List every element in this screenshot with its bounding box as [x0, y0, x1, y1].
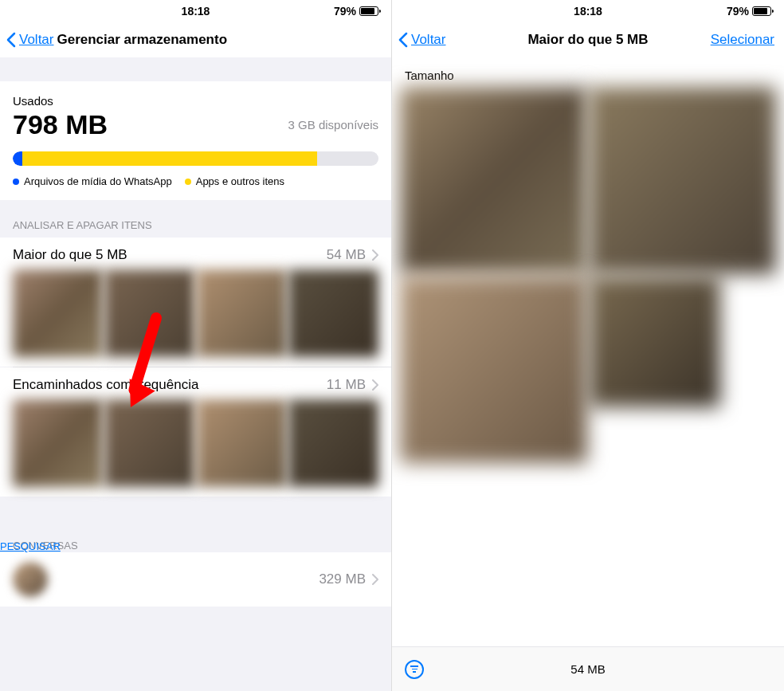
back-button[interactable]: Voltar: [6, 32, 53, 48]
storage-segment-apps: [22, 151, 317, 166]
media-grid: [392, 87, 784, 463]
storage-summary: Usados 798 MB 3 GB disponíveis Arquivos …: [0, 81, 391, 200]
battery-icon: [752, 6, 771, 16]
media-thumbnail: [13, 399, 103, 487]
item-title: Maior do que 5 MB: [13, 247, 127, 263]
battery-icon: [359, 6, 378, 16]
media-thumbnail: [13, 269, 103, 357]
chevron-right-icon: [372, 379, 378, 391]
avatar: [13, 562, 48, 597]
media-thumbnail: [197, 399, 287, 487]
media-thumbnail: [104, 399, 194, 487]
chevron-left-icon: [398, 32, 408, 48]
media-item[interactable]: [400, 87, 587, 274]
back-label: Voltar: [19, 32, 53, 48]
chevron-left-icon: [6, 32, 16, 48]
media-item[interactable]: [400, 276, 587, 463]
conversation-item[interactable]: . 329 MB: [0, 552, 391, 607]
legend-whatsapp: Arquivos de mídia do WhatsApp: [13, 175, 172, 187]
media-thumbnail: [288, 399, 378, 487]
media-thumbnail: [104, 269, 194, 357]
total-size: 54 MB: [570, 662, 605, 676]
legend-apps-label: Apps e outros itens: [196, 175, 284, 187]
media-thumbnail: [197, 269, 287, 357]
battery-percent: 79%: [727, 5, 749, 18]
status-bar: 18:18 79%: [0, 0, 391, 22]
search-link[interactable]: PESQUISAR: [0, 540, 378, 552]
chevron-right-icon: [372, 574, 378, 585]
thumbnail-row: [13, 399, 378, 487]
legend-whatsapp-label: Arquivos de mídia do WhatsApp: [24, 175, 172, 187]
back-button[interactable]: Voltar: [398, 32, 445, 48]
thumbnail-row: [13, 269, 378, 357]
review-header: ANALISAR E APAGAR ITENS: [0, 200, 391, 238]
filter-icon[interactable]: [405, 660, 424, 679]
storage-segment-whatsapp: [13, 151, 22, 166]
nav-bar: Voltar Gerenciar armazenamento: [0, 22, 391, 57]
status-time: 18:18: [574, 5, 602, 18]
size-label: Tamanho: [392, 57, 784, 87]
back-label: Voltar: [411, 32, 445, 48]
available-label: 3 GB disponíveis: [288, 118, 378, 132]
dot-blue-icon: [13, 179, 19, 185]
item-size: 54 MB: [327, 247, 366, 263]
media-thumbnail: [288, 269, 378, 357]
nav-bar: Voltar Maior do que 5 MB Selecionar: [392, 22, 784, 57]
chevron-right-icon: [372, 249, 378, 261]
storage-bar: [13, 151, 378, 166]
item-size: 11 MB: [327, 377, 366, 393]
dot-yellow-icon: [185, 179, 191, 185]
status-bar: 18:18 79%: [392, 0, 784, 22]
media-item[interactable]: [589, 87, 776, 274]
page-title: Gerenciar armazenamento: [57, 32, 227, 48]
storage-legend: Arquivos de mídia do WhatsApp Apps e out…: [13, 175, 378, 187]
media-item[interactable]: [589, 276, 720, 407]
status-time: 18:18: [182, 5, 210, 18]
forwarded-frequently-item[interactable]: Encaminhados com frequência 11 MB: [0, 367, 391, 497]
battery-percent: 79%: [334, 5, 356, 18]
page-title: Maior do que 5 MB: [527, 32, 648, 48]
larger-than-5mb-item[interactable]: Maior do que 5 MB 54 MB: [0, 238, 391, 367]
bottom-bar: 54 MB: [392, 646, 784, 691]
item-title: Encaminhados com frequência: [13, 377, 198, 393]
conversation-size: 329 MB: [319, 571, 366, 587]
select-button[interactable]: Selecionar: [711, 32, 774, 48]
used-label: Usados: [13, 94, 378, 108]
legend-apps: Apps e outros itens: [185, 175, 284, 187]
